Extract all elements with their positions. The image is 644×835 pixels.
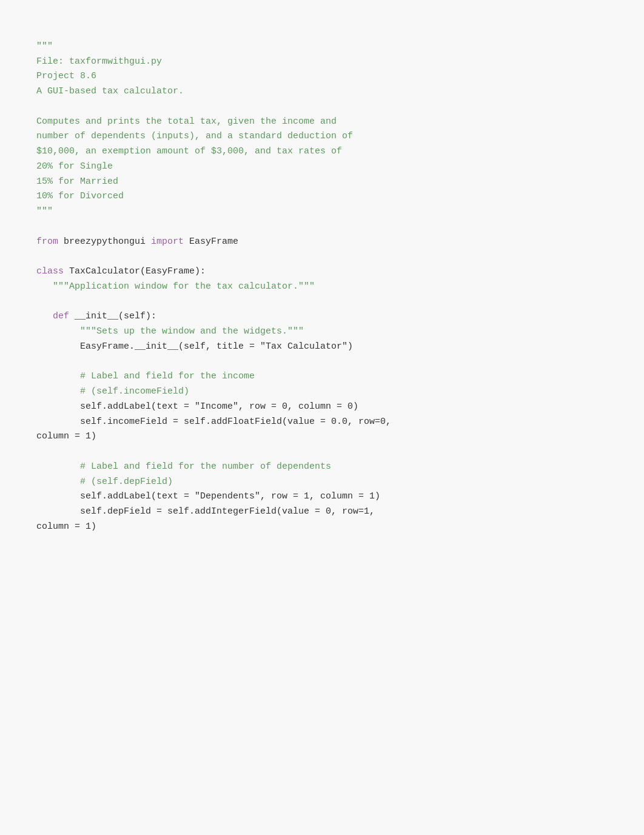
code-token: $10,000, an exemption amount of $3,000, … <box>36 146 342 156</box>
code-token: column = 1) <box>36 521 96 532</box>
code-line: """Sets up the window and the widgets.""… <box>36 324 608 340</box>
code-token: self.addLabel(text = "Dependents", row =… <box>36 491 380 501</box>
code-line <box>36 99 608 115</box>
code-line <box>36 220 608 235</box>
code-line: self.addLabel(text = "Dependents", row =… <box>36 489 608 505</box>
code-line <box>36 295 608 310</box>
code-line: 15% for Married <box>36 175 608 190</box>
code-line <box>36 444 608 460</box>
code-token: EasyFrame. <box>36 341 135 352</box>
code-token: import <box>151 236 184 247</box>
code-line: Project 8.6 <box>36 69 608 84</box>
code-token: # Label and field for the number of depe… <box>36 461 331 472</box>
code-token: (self, title = "Tax Calculator") <box>178 341 353 352</box>
code-token: TaxCalculator(EasyFrame): <box>64 266 206 277</box>
code-line: 20% for Single <box>36 159 608 175</box>
code-token: __init__ <box>135 341 178 352</box>
code-editor: """File: taxformwithgui.pyProject 8.6A G… <box>36 24 608 535</box>
code-token <box>36 311 53 321</box>
code-token: from <box>36 236 58 247</box>
code-token: __init__(self): <box>69 311 156 321</box>
code-line: # (self.incomeField) <box>36 384 608 400</box>
code-line: 10% for Divorced <box>36 189 608 204</box>
code-line: def __init__(self): <box>36 309 608 324</box>
code-line: from breezypythongui import EasyFrame <box>36 235 608 250</box>
code-line: A GUI-based tax calculator. <box>36 84 608 99</box>
code-line: column = 1) <box>36 520 608 535</box>
code-token: 15% for Married <box>36 176 118 187</box>
code-token: Computes and prints the total tax, given… <box>36 116 337 127</box>
code-line: File: taxformwithgui.py <box>36 55 608 70</box>
code-line: column = 1) <box>36 429 608 444</box>
code-token: EasyFrame <box>184 236 238 247</box>
code-token: A GUI-based tax calculator. <box>36 86 184 96</box>
code-line <box>36 249 608 264</box>
code-token: self.depField = self.addIntegerField(val… <box>36 506 375 517</box>
code-line: self.incomeField = self.addFloatField(va… <box>36 415 608 430</box>
code-line: Computes and prints the total tax, given… <box>36 115 608 130</box>
code-token: """ <box>36 41 53 52</box>
code-token: # Label and field for the income <box>36 371 255 381</box>
code-token: """Sets up the window and the widgets.""… <box>36 326 304 337</box>
code-token: self.addLabel(text = "Income", row = 0, … <box>36 401 358 412</box>
code-token: class <box>36 266 64 277</box>
code-line: # Label and field for the number of depe… <box>36 460 608 475</box>
code-line: # Label and field for the income <box>36 369 608 384</box>
code-line: # (self.depField) <box>36 475 608 490</box>
code-token: # (self.incomeField) <box>36 386 189 397</box>
code-token: 10% for Divorced <box>36 191 124 201</box>
code-token: # (self.depField) <box>36 477 173 487</box>
code-token: 20% for Single <box>36 161 113 172</box>
code-token: self.incomeField = self.addFloatField(va… <box>36 417 391 427</box>
code-token: """ <box>36 206 53 216</box>
code-token: """Application window for the tax calcul… <box>36 281 315 292</box>
code-line <box>36 355 608 370</box>
code-token: number of dependents (inputs), and a sta… <box>36 131 353 141</box>
code-line: """ <box>36 39 608 55</box>
code-token: column = 1) <box>36 431 96 441</box>
code-line: """Application window for the tax calcul… <box>36 280 608 295</box>
code-line: class TaxCalculator(EasyFrame): <box>36 264 608 280</box>
code-line: self.depField = self.addIntegerField(val… <box>36 505 608 520</box>
code-token: breezypythongui <box>58 236 151 247</box>
code-token: File: taxformwithgui.py <box>36 56 162 67</box>
code-line: $10,000, an exemption amount of $3,000, … <box>36 144 608 159</box>
code-line: number of dependents (inputs), and a sta… <box>36 129 608 144</box>
code-line: EasyFrame.__init__(self, title = "Tax Ca… <box>36 340 608 355</box>
code-token: Project 8.6 <box>36 71 96 81</box>
code-token: def <box>53 311 69 321</box>
code-line: self.addLabel(text = "Income", row = 0, … <box>36 400 608 415</box>
code-line: """ <box>36 204 608 220</box>
